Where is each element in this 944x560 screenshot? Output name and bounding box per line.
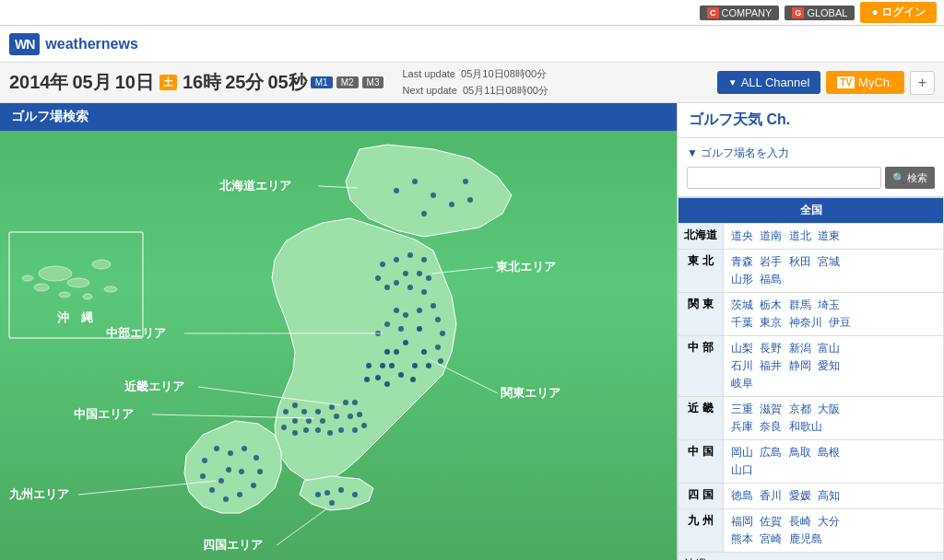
nara[interactable]: 奈良 [760,419,782,435]
svg-point-20 [412,363,418,368]
login-button[interactable]: ● ログイン [860,2,937,23]
svg-point-55 [329,404,335,410]
map-svg-container: 北海道エリア 東北エリア 関東エリア 中部エリア 近畿エリア 中国エリア 四 [0,131,677,560]
svg-point-33 [394,308,399,313]
hyogo[interactable]: 兵庫 [731,419,753,435]
okayama[interactable]: 岡山 [731,445,753,461]
map-panel: ゴルフ場検索 [0,103,677,560]
hour: 16時 [183,70,221,95]
yamanashi[interactable]: 山梨 [731,341,753,356]
svg-point-19 [426,363,431,368]
kochi[interactable]: 高知 [818,488,840,504]
iwate[interactable]: 岩手 [760,254,782,270]
okinawa-cell[interactable]: 沖縄 [678,553,944,561]
chiba[interactable]: 千葉 [731,315,753,331]
m2-button[interactable]: M2 [336,76,359,88]
svg-point-41 [440,331,445,336]
yamagata[interactable]: 山形 [731,272,753,287]
fukuoka[interactable]: 福岡 [731,514,753,530]
kagawa[interactable]: 香川 [760,488,782,504]
all-country-cell[interactable]: 全国 [678,198,944,224]
search-button[interactable]: 🔍 検索 [885,167,935,189]
hiroshima[interactable]: 広島 [760,445,782,461]
company-button[interactable]: C COMPANY [700,6,779,20]
hokkaido-dohoku[interactable]: 道北 [789,228,811,244]
svg-point-89 [202,458,207,463]
osaka[interactable]: 大阪 [818,402,840,417]
fukui[interactable]: 福井 [760,358,782,374]
tottori[interactable]: 鳥取 [789,445,811,461]
kanagawa[interactable]: 神奈川 [789,315,822,331]
nagano[interactable]: 長野 [760,341,782,356]
gunma[interactable]: 群馬 [789,298,811,313]
kumamoto[interactable]: 熊本 [731,531,753,547]
niigata[interactable]: 新潟 [789,341,811,356]
oita[interactable]: 大分 [818,514,840,530]
global-icon: G [792,7,804,18]
m1-button[interactable]: M1 [311,76,333,88]
svg-point-87 [209,487,215,493]
hokkaido-dotou[interactable]: 道東 [818,228,840,244]
aomori[interactable]: 青森 [731,254,753,270]
svg-text:関東エリア: 関東エリア [501,386,560,400]
miyagi[interactable]: 宮城 [818,254,840,270]
miyazaki[interactable]: 宮崎 [760,531,782,547]
fukushima[interactable]: 福島 [760,272,782,287]
hokkaido-donan[interactable]: 道南 [760,228,782,244]
search-label: ゴルフ場名を入力 [687,146,935,161]
logo[interactable]: WN weathernews [9,33,138,55]
map-title: ゴルフ場検索 [0,103,677,131]
gifu[interactable]: 岐阜 [731,376,753,391]
month: 05月 [73,70,112,95]
chugoku-name: 中 国 [678,440,724,484]
svg-text:中部エリア: 中部エリア [106,326,166,340]
mych-button[interactable]: TV MyCh. [826,71,903,94]
tokushima[interactable]: 徳島 [731,488,753,504]
svg-point-14 [463,179,468,184]
kyoto[interactable]: 京都 [789,402,811,417]
tochigi[interactable]: 栃木 [760,298,782,313]
yamaguchi[interactable]: 山口 [731,462,753,478]
svg-point-51 [403,271,408,276]
izu[interactable]: 伊豆 [829,315,851,331]
ehime[interactable]: 愛媛 [789,488,811,504]
nagasaki[interactable]: 長崎 [789,514,811,530]
search-input[interactable] [687,167,881,189]
svg-point-37 [421,289,427,295]
add-channel-button[interactable]: + [910,71,935,95]
svg-point-68 [352,427,358,433]
svg-point-62 [320,418,325,424]
saitama[interactable]: 埼玉 [818,298,840,313]
kanto-links: 茨城 栃木 群馬 埼玉 千葉 東京 神奈川 伊豆 [724,293,944,336]
wakayama[interactable]: 和歌山 [789,419,822,435]
svg-point-81 [242,446,247,451]
all-channel-button[interactable]: ALL Channel [717,71,821,94]
shimane[interactable]: 島根 [818,445,840,461]
shizuoka[interactable]: 静岡 [789,358,811,374]
ibaraki[interactable]: 茨城 [731,298,753,313]
saga[interactable]: 佐賀 [760,514,782,530]
svg-text:東北エリア: 東北エリア [496,260,556,274]
ishikawa[interactable]: 石川 [731,358,753,374]
svg-point-57 [301,409,307,414]
kagoshima[interactable]: 鹿児島 [789,531,822,547]
logo-wn: WN [9,33,40,55]
mie[interactable]: 三重 [731,402,753,417]
toyama[interactable]: 富山 [818,341,840,356]
svg-point-72 [303,427,309,433]
shiga[interactable]: 滋賀 [760,402,782,417]
sidebar-title: ゴルフ天気 Ch. [678,103,944,138]
svg-text:沖　縄: 沖 縄 [56,310,93,324]
svg-point-4 [34,284,49,291]
hokkaido-dochuou[interactable]: 道央 [731,228,753,244]
company-icon: C [707,7,719,18]
m3-button[interactable]: M3 [362,76,384,88]
logo-bar: WN weathernews [0,26,944,63]
global-button[interactable]: G GLOBAL [785,6,855,20]
dow-badge: 土 [159,75,177,90]
svg-point-75 [324,490,330,496]
tokyo[interactable]: 東京 [760,315,782,331]
svg-point-10 [412,179,418,184]
aichi[interactable]: 愛知 [818,358,840,374]
akita[interactable]: 秋田 [789,254,811,270]
